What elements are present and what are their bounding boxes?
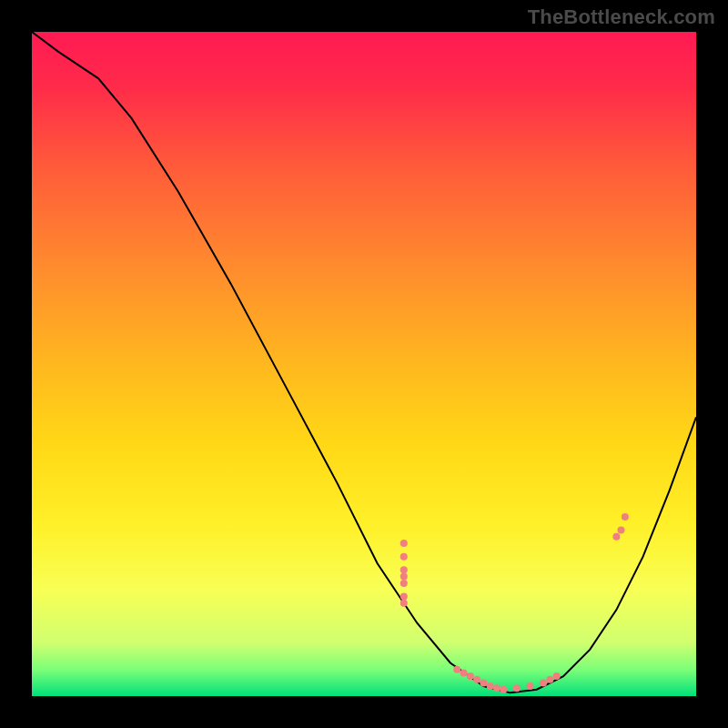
watermark-text: TheBottleneck.com [528, 5, 715, 29]
data-point [500, 686, 507, 693]
data-point [487, 682, 494, 690]
data-point [460, 669, 467, 676]
data-point [400, 600, 408, 607]
data-point [526, 682, 533, 690]
data-point [400, 566, 408, 573]
data-point [453, 666, 460, 673]
data-point [622, 513, 629, 521]
chart-curve [32, 32, 696, 696]
data-markers [400, 513, 629, 693]
data-point [612, 533, 620, 541]
chart-frame: TheBottleneck.com [0, 0, 728, 728]
data-point [617, 526, 624, 533]
data-point [473, 676, 480, 683]
data-point [400, 540, 408, 547]
data-point [467, 672, 474, 680]
data-point [553, 672, 561, 680]
data-point [400, 573, 408, 581]
data-point [480, 679, 487, 686]
data-point [400, 553, 408, 561]
bottleneck-curve [32, 32, 696, 693]
plot-area [32, 32, 696, 696]
data-point [493, 684, 500, 692]
data-point [400, 592, 408, 600]
data-point [513, 684, 521, 692]
data-point [400, 580, 408, 587]
data-point [546, 676, 553, 683]
data-point [540, 679, 547, 686]
